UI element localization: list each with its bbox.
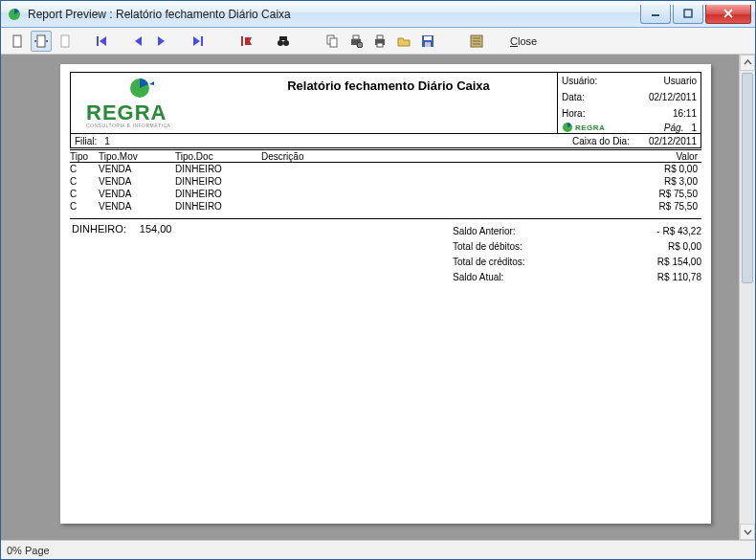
save-icon	[421, 34, 434, 48]
filial-row: Filial: 1 Caixa do Dia: 02/12/2011	[70, 134, 701, 148]
settings-icon	[470, 34, 483, 48]
summary-value: R$ 110,78	[657, 272, 701, 282]
cell-valor: R$ 75,50	[606, 189, 701, 199]
zoom-whole-page-button[interactable]	[7, 31, 28, 52]
scroll-up-button[interactable]	[740, 55, 755, 71]
table-row: CVENDADINHEIROR$ 75,50	[70, 200, 701, 213]
summary-label: Total de débitos:	[453, 241, 523, 252]
caixa-value: 02/12/2011	[649, 136, 697, 146]
summary-box: Saldo Anterior:- R$ 43,22Total de débito…	[453, 223, 701, 284]
summary-value: - R$ 43,22	[656, 226, 701, 236]
summary-row: Saldo Anterior:- R$ 43,22	[453, 223, 701, 238]
summary-row: Saldo Atual:R$ 110,78	[453, 269, 701, 284]
save-button[interactable]	[417, 31, 438, 52]
zoom-page-width-button[interactable]	[31, 31, 52, 52]
print-button[interactable]	[369, 31, 390, 52]
vertical-scrollbar[interactable]	[739, 55, 755, 540]
settings-button[interactable]	[466, 31, 487, 52]
small-logo: REGRA	[562, 122, 605, 133]
preview-area: REGRA CONSULTORIA E INFORMÁTICA Relatóri…	[1, 55, 755, 540]
minimize-button[interactable]	[640, 5, 671, 24]
summary-label: Total de créditos:	[453, 257, 525, 267]
cell-mov: VENDA	[99, 164, 175, 174]
summary-label: Saldo Atual:	[453, 272, 503, 282]
svg-point-9	[278, 40, 283, 46]
svg-point-10	[283, 40, 289, 46]
meta-date-label: Data:	[562, 92, 585, 102]
printer-setup-button[interactable]	[345, 31, 367, 52]
close-button[interactable]: Close	[502, 35, 545, 47]
table-row: CVENDADINHEIROR$ 3,00	[70, 175, 701, 188]
chevron-up-icon	[744, 58, 752, 67]
summary-row: Total de débitos:R$ 0,00	[453, 238, 701, 254]
close-button-label: lose	[518, 35, 537, 47]
summary-label: Saldo Anterior:	[453, 226, 516, 236]
status-text: 0% Page	[7, 545, 50, 556]
meta-date-value: 02/12/2011	[649, 92, 697, 102]
cell-mov: VENDA	[99, 201, 175, 212]
separator	[309, 31, 319, 52]
table-row: CVENDADINHEIROR$ 75,50	[70, 188, 701, 200]
scroll-down-button[interactable]	[740, 524, 755, 540]
report-title: Relatório fechamento Diário Caixa	[219, 73, 557, 133]
cell-doc: DINHEIRO	[175, 176, 261, 187]
caixa-label: Caixa do Dia:	[572, 136, 630, 146]
report-header: REGRA CONSULTORIA E INFORMÁTICA Relatóri…	[70, 72, 701, 134]
first-page-icon	[95, 35, 108, 47]
svg-rect-22	[425, 42, 431, 47]
prev-page-button[interactable]	[127, 31, 148, 52]
open-button[interactable]	[393, 31, 414, 52]
filial-label: Filial:	[75, 136, 97, 146]
payment-value: 154,00	[140, 223, 172, 284]
meta-time-value: 16:11	[673, 108, 697, 119]
zoom-100-button[interactable]	[55, 31, 76, 52]
maximize-icon	[683, 9, 693, 18]
separator	[297, 31, 306, 52]
goto-button[interactable]	[236, 31, 257, 52]
next-page-button[interactable]	[151, 31, 172, 52]
app-icon	[7, 7, 22, 22]
svg-rect-6	[97, 36, 99, 46]
maximize-button[interactable]	[673, 5, 703, 24]
table-header: Tipo Tipo.Mov Tipo.Doc Descrição Valor	[70, 149, 701, 163]
meta-time-label: Hora:	[562, 108, 585, 119]
totals-section: DINHEIRO: 154,00 Saldo Anterior:- R$ 43,…	[70, 218, 701, 284]
table-body: CVENDADINHEIROR$ 0,00CVENDADINHEIROR$ 3,…	[70, 163, 701, 213]
cell-tipo: C	[70, 164, 99, 174]
svg-rect-3	[13, 35, 21, 47]
scroll-thumb[interactable]	[742, 73, 753, 283]
regra-logo: REGRA CONSULTORIA E INFORMÁTICA	[78, 76, 212, 131]
svg-rect-11	[279, 36, 287, 40]
scroll-track[interactable]	[740, 71, 755, 524]
last-page-button[interactable]	[188, 31, 209, 52]
svg-rect-2	[684, 10, 692, 17]
open-icon	[397, 35, 411, 47]
copy-button[interactable]	[322, 31, 343, 52]
payment-line: DINHEIRO: 154,00	[70, 223, 319, 284]
filial-value: 1	[104, 136, 110, 146]
separator	[211, 31, 221, 52]
close-window-button[interactable]	[705, 5, 751, 24]
meta-page-value: 1	[691, 123, 697, 133]
separator	[490, 31, 500, 52]
search-button[interactable]	[273, 31, 294, 52]
summary-row: Total de créditos:R$ 154,00	[453, 254, 701, 269]
close-icon	[723, 9, 734, 18]
chevron-down-icon	[744, 527, 752, 536]
svg-text:REGRA: REGRA	[86, 101, 167, 124]
goto-icon	[240, 35, 254, 47]
separator	[78, 31, 88, 52]
meta-user-label: Usuário:	[562, 76, 597, 86]
svg-text:CONSULTORIA E INFORMÁTICA: CONSULTORIA E INFORMÁTICA	[86, 123, 171, 128]
cell-valor: R$ 75,50	[606, 201, 701, 212]
binoculars-icon	[277, 34, 290, 48]
svg-rect-8	[241, 36, 243, 46]
first-page-button[interactable]	[91, 31, 112, 52]
svg-rect-5	[61, 35, 69, 47]
prev-page-icon	[132, 35, 144, 47]
separator	[441, 31, 451, 52]
page-fit-icon	[11, 34, 23, 48]
report-meta: Usuário:Usuario Data:02/12/2011 Hora:16:…	[557, 73, 700, 133]
table-row: CVENDADINHEIROR$ 0,00	[70, 163, 701, 175]
print-icon	[373, 34, 387, 48]
